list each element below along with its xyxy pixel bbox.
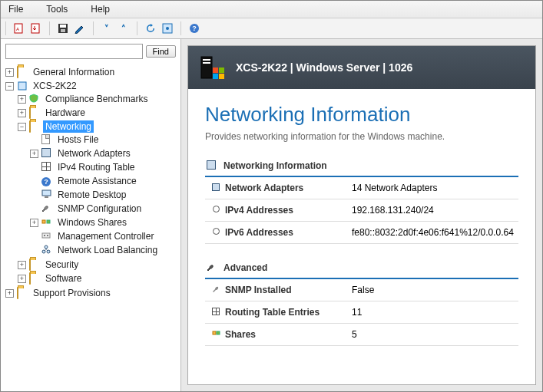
key-label: IPv4 Addresses: [225, 205, 293, 216]
table-icon: [41, 162, 52, 173]
tree-node-network-adapters[interactable]: + Network Adapters: [30, 147, 180, 160]
edit-icon[interactable]: [73, 21, 87, 35]
tree-label: IPv4 Routing Table: [55, 161, 137, 173]
svg-point-15: [47, 235, 48, 236]
svg-rect-21: [203, 62, 210, 64]
tree-node-snmp-config[interactable]: SNMP Configuration: [30, 203, 180, 215]
export-icon[interactable]: [29, 21, 43, 35]
tree-node-hosts-file[interactable]: Hosts File: [30, 133, 180, 146]
expander-icon[interactable]: +: [5, 289, 14, 298]
wrench-icon: [207, 262, 217, 273]
section-networking-header: Networking Information: [205, 156, 518, 177]
menu-tools[interactable]: Tools: [43, 2, 71, 16]
tree-node-compliance[interactable]: + Compliance Benchmarks: [18, 93, 180, 105]
snmp-icon: [210, 285, 222, 295]
tree-node-remote-assistance[interactable]: ? Remote Assistance: [30, 175, 180, 187]
tree-node-general-info[interactable]: + General Information: [5, 66, 180, 78]
tree-node-remote-desktop[interactable]: Remote Desktop: [30, 189, 180, 201]
value-cell: 5: [347, 324, 518, 346]
svg-rect-22: [213, 68, 218, 73]
tree-label: Hosts File: [55, 133, 101, 146]
svg-rect-10: [45, 196, 48, 198]
menu-file[interactable]: File: [5, 2, 26, 16]
find-button[interactable]: Find: [146, 45, 176, 58]
svg-rect-23: [219, 68, 224, 73]
adapter-icon: [41, 148, 52, 159]
collapse-icon[interactable]: ˄: [117, 21, 131, 35]
svg-point-16: [45, 245, 48, 249]
search-input[interactable]: [5, 44, 143, 59]
tree-node-hardware[interactable]: + Hardware: [18, 107, 180, 119]
expander-icon[interactable]: +: [18, 95, 26, 104]
expander-icon[interactable]: +: [5, 68, 14, 77]
sidebar: Find + General Information − XCS-2K22: [1, 39, 181, 391]
section-advanced-header: Advanced: [205, 258, 518, 279]
table-row: SNMP Installed False: [205, 279, 518, 301]
expander-icon[interactable]: +: [30, 219, 38, 227]
svg-rect-2: [31, 24, 39, 33]
tree-label: General Information: [31, 66, 117, 78]
expander-icon[interactable]: +: [18, 275, 26, 283]
key-label: Network Adapters: [225, 183, 303, 193]
expander-icon[interactable]: −: [5, 82, 14, 91]
tree: + General Information − XCS-2K22 +: [1, 64, 180, 391]
svg-rect-25: [219, 74, 224, 79]
tree-label: Networking: [43, 120, 94, 133]
refresh-icon[interactable]: [144, 21, 157, 35]
tree-node-ipv4-routing[interactable]: IPv4 Routing Table: [30, 161, 180, 173]
tree-node-software[interactable]: + Software: [18, 272, 180, 285]
expander-icon[interactable]: +: [30, 150, 38, 158]
help-icon[interactable]: ?: [187, 21, 201, 35]
key-label: Shares: [225, 329, 256, 340]
svg-rect-12: [47, 220, 50, 223]
tree-node-networking[interactable]: − Networking: [18, 120, 180, 133]
svg-point-14: [44, 235, 45, 236]
tree-node-windows-shares[interactable]: + Windows Shares: [30, 216, 180, 229]
networking-table: Network Adapters 14 Network Adapters IPv…: [205, 177, 518, 244]
svg-rect-13: [42, 233, 50, 238]
tree-node-support[interactable]: + Support Provisions: [5, 287, 180, 299]
svg-rect-11: [42, 220, 45, 223]
tree-label: Network Load Balancing: [55, 244, 160, 256]
table-row: Routing Table Entries 11: [205, 301, 518, 324]
server-icon: [17, 81, 28, 91]
tree-node-mgmt-controller[interactable]: Management Controller: [30, 230, 180, 242]
table-row: Network Adapters 14 Network Adapters: [205, 177, 518, 199]
content: XCS-2K22 | Windows Server | 1026 Network…: [181, 39, 542, 391]
search-row: Find: [1, 39, 180, 64]
card-title: XCS-2K22 | Windows Server | 1026: [236, 61, 412, 74]
tree-label: Remote Desktop: [55, 189, 128, 201]
value-cell: 14 Network Adapters: [347, 177, 518, 199]
save-icon[interactable]: [56, 21, 70, 35]
tree-label: Windows Shares: [55, 216, 129, 229]
adapter-icon: [210, 183, 222, 193]
expand-icon[interactable]: ˅: [100, 21, 114, 35]
menu-help[interactable]: Help: [88, 2, 113, 16]
svg-rect-28: [213, 331, 216, 334]
tree-label: Management Controller: [55, 230, 156, 242]
expander-icon[interactable]: +: [18, 109, 26, 117]
shares-icon: [210, 329, 222, 340]
svg-point-7: [166, 27, 169, 30]
svg-point-26: [213, 206, 219, 212]
options-icon[interactable]: [161, 21, 174, 35]
svg-point-27: [213, 229, 219, 235]
tree-label: Compliance Benchmarks: [43, 93, 150, 105]
tree-node-nlb[interactable]: Network Load Balancing: [30, 244, 180, 256]
file-icon: [41, 134, 52, 145]
svg-rect-20: [203, 59, 210, 61]
balance-icon: [41, 245, 52, 255]
ipv4-icon: [210, 205, 222, 216]
key-label: IPv6 Addresses: [225, 227, 293, 238]
tree-node-security[interactable]: + Security: [18, 259, 180, 271]
ipv6-icon: [210, 227, 222, 238]
tree-label: XCS-2K22: [31, 80, 79, 92]
pdf-icon[interactable]: A: [12, 21, 26, 35]
key-label: SNMP Installed: [225, 285, 291, 295]
page-title: Networking Information: [205, 103, 518, 127]
tree-node-host[interactable]: − XCS-2K22: [5, 80, 180, 92]
expander-icon[interactable]: +: [18, 261, 26, 269]
table-icon: [210, 307, 222, 318]
tree-label: SNMP Configuration: [55, 203, 144, 215]
expander-icon[interactable]: −: [18, 123, 26, 131]
